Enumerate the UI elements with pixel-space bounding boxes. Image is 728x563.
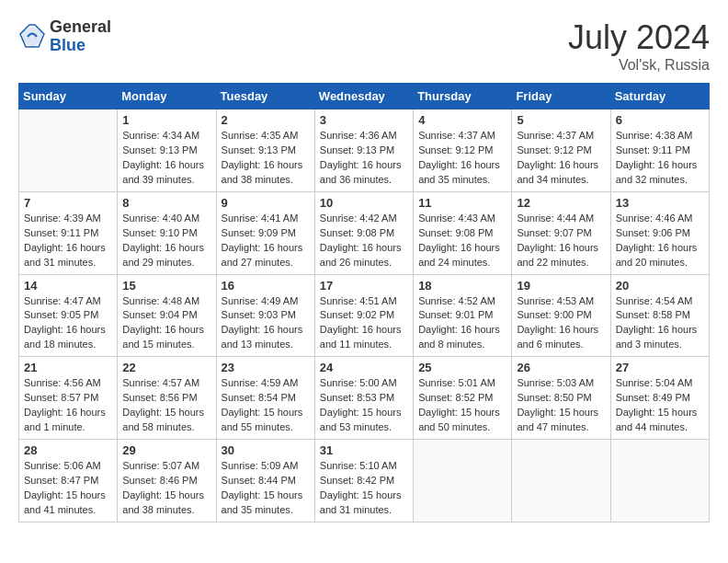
sunset-text: Sunset: 8:46 PM [122, 475, 197, 486]
day-info: Sunrise: 5:06 AMSunset: 8:47 PMDaylight:… [24, 459, 112, 518]
sunset-text: Sunset: 9:11 PM [616, 144, 690, 155]
sunrise-text: Sunrise: 5:04 AM [616, 377, 693, 388]
sunset-text: Sunset: 9:08 PM [320, 227, 394, 238]
day-info: Sunrise: 4:37 AMSunset: 9:12 PMDaylight:… [418, 129, 506, 188]
sunset-text: Sunset: 8:50 PM [517, 392, 591, 403]
col-header-saturday: Saturday [610, 84, 709, 109]
daylight-text: Daylight: 16 hours and 20 minutes. [616, 242, 698, 268]
day-info: Sunrise: 4:46 AMSunset: 9:06 PMDaylight:… [616, 212, 704, 270]
sunrise-text: Sunrise: 5:01 AM [418, 377, 495, 388]
sunrise-text: Sunrise: 4:49 AM [222, 295, 299, 306]
sunset-text: Sunset: 9:12 PM [517, 144, 591, 155]
daylight-text: Daylight: 16 hours and 36 minutes. [320, 159, 402, 185]
sunrise-text: Sunrise: 5:06 AM [24, 460, 101, 471]
sunrise-text: Sunrise: 4:40 AM [122, 213, 199, 224]
day-info: Sunrise: 4:39 AMSunset: 9:11 PMDaylight:… [24, 212, 112, 270]
sunset-text: Sunset: 8:49 PM [616, 392, 690, 403]
calendar-cell: 28Sunrise: 5:06 AMSunset: 8:47 PMDayligh… [19, 440, 118, 523]
daylight-text: Daylight: 16 hours and 11 minutes. [320, 324, 402, 350]
day-info: Sunrise: 4:35 AMSunset: 9:13 PMDaylight:… [222, 129, 310, 188]
day-number: 5 [517, 113, 605, 127]
day-number: 19 [517, 279, 605, 293]
daylight-text: Daylight: 15 hours and 31 minutes. [320, 489, 402, 515]
calendar-cell: 17Sunrise: 4:51 AMSunset: 9:02 PMDayligh… [314, 274, 413, 357]
calendar-week-0: 1Sunrise: 4:34 AMSunset: 9:13 PMDaylight… [19, 109, 710, 192]
daylight-text: Daylight: 16 hours and 3 minutes. [616, 324, 698, 350]
calendar-cell: 18Sunrise: 4:52 AMSunset: 9:01 PMDayligh… [414, 274, 512, 357]
calendar-cell: 11Sunrise: 4:43 AMSunset: 9:08 PMDayligh… [414, 191, 512, 274]
sunset-text: Sunset: 9:13 PM [122, 144, 197, 155]
sunrise-text: Sunrise: 4:54 AM [616, 295, 693, 306]
sunset-text: Sunset: 9:06 PM [616, 227, 690, 238]
sunrise-text: Sunrise: 4:38 AM [616, 130, 693, 141]
day-number: 10 [320, 196, 408, 210]
sunrise-text: Sunrise: 4:37 AM [517, 130, 594, 141]
day-number: 31 [320, 443, 408, 457]
day-number: 11 [418, 196, 506, 210]
day-info: Sunrise: 4:49 AMSunset: 9:03 PMDaylight:… [222, 294, 310, 353]
daylight-text: Daylight: 16 hours and 27 minutes. [222, 242, 303, 268]
logo: General Blue [18, 18, 111, 55]
day-number: 15 [122, 279, 210, 293]
daylight-text: Daylight: 16 hours and 32 minutes. [616, 159, 698, 185]
day-info: Sunrise: 5:04 AMSunset: 8:49 PMDaylight:… [616, 376, 704, 435]
calendar-cell: 10Sunrise: 4:42 AMSunset: 9:08 PMDayligh… [314, 191, 413, 274]
sunset-text: Sunset: 8:57 PM [24, 392, 98, 403]
day-info: Sunrise: 4:56 AMSunset: 8:57 PMDaylight:… [24, 376, 112, 435]
daylight-text: Daylight: 16 hours and 18 minutes. [24, 324, 106, 350]
day-number: 22 [122, 361, 210, 374]
sunrise-text: Sunrise: 4:43 AM [418, 213, 495, 224]
calendar-cell: 27Sunrise: 5:04 AMSunset: 8:49 PMDayligh… [610, 357, 709, 440]
sunrise-text: Sunrise: 4:57 AM [122, 377, 199, 388]
daylight-text: Daylight: 16 hours and 34 minutes. [517, 159, 598, 185]
sunrise-text: Sunrise: 5:03 AM [517, 377, 594, 388]
daylight-text: Daylight: 16 hours and 29 minutes. [122, 242, 204, 268]
day-info: Sunrise: 4:48 AMSunset: 9:04 PMDaylight:… [122, 294, 210, 353]
sunset-text: Sunset: 9:13 PM [222, 144, 296, 155]
day-info: Sunrise: 4:44 AMSunset: 9:07 PMDaylight:… [517, 212, 605, 270]
day-number: 13 [616, 196, 704, 210]
sunset-text: Sunset: 9:02 PM [320, 309, 394, 320]
day-number: 29 [122, 443, 210, 457]
sunrise-text: Sunrise: 5:09 AM [222, 460, 299, 471]
day-number: 6 [616, 113, 704, 127]
sunrise-text: Sunrise: 4:36 AM [320, 130, 397, 141]
calendar-cell: 29Sunrise: 5:07 AMSunset: 8:46 PMDayligh… [118, 440, 216, 523]
logo-blue: Blue [50, 37, 111, 55]
day-info: Sunrise: 4:51 AMSunset: 9:02 PMDaylight:… [320, 294, 408, 353]
day-info: Sunrise: 5:07 AMSunset: 8:46 PMDaylight:… [122, 459, 210, 518]
logo-general: General [50, 18, 111, 37]
calendar-week-4: 28Sunrise: 5:06 AMSunset: 8:47 PMDayligh… [19, 440, 710, 523]
day-number: 3 [320, 113, 408, 127]
day-number: 16 [222, 279, 310, 293]
calendar-cell: 26Sunrise: 5:03 AMSunset: 8:50 PMDayligh… [512, 357, 610, 440]
sunrise-text: Sunrise: 4:37 AM [418, 130, 495, 141]
sunrise-text: Sunrise: 4:46 AM [616, 213, 693, 224]
daylight-text: Daylight: 16 hours and 31 minutes. [24, 242, 106, 268]
day-number: 9 [222, 196, 310, 210]
calendar-cell: 9Sunrise: 4:41 AMSunset: 9:09 PMDaylight… [216, 191, 314, 274]
col-header-sunday: Sunday [19, 84, 118, 109]
sunrise-text: Sunrise: 4:41 AM [222, 213, 299, 224]
calendar-cell: 31Sunrise: 5:10 AMSunset: 8:42 PMDayligh… [314, 440, 413, 523]
sunset-text: Sunset: 8:52 PM [418, 392, 493, 403]
sunrise-text: Sunrise: 4:53 AM [517, 295, 594, 306]
calendar-cell: 4Sunrise: 4:37 AMSunset: 9:12 PMDaylight… [414, 109, 512, 192]
daylight-text: Daylight: 15 hours and 50 minutes. [418, 407, 500, 432]
daylight-text: Daylight: 16 hours and 35 minutes. [418, 159, 500, 185]
sunset-text: Sunset: 9:01 PM [418, 309, 493, 320]
col-header-tuesday: Tuesday [216, 84, 314, 109]
sunrise-text: Sunrise: 4:56 AM [24, 377, 101, 388]
sunrise-text: Sunrise: 5:10 AM [320, 460, 397, 471]
day-info: Sunrise: 4:57 AMSunset: 8:56 PMDaylight:… [122, 376, 210, 435]
day-number: 21 [24, 361, 112, 374]
sunset-text: Sunset: 9:00 PM [517, 309, 591, 320]
daylight-text: Daylight: 16 hours and 8 minutes. [418, 324, 500, 350]
sunrise-text: Sunrise: 4:44 AM [517, 213, 594, 224]
sunset-text: Sunset: 8:44 PM [222, 475, 296, 486]
day-info: Sunrise: 5:03 AMSunset: 8:50 PMDaylight:… [517, 376, 605, 435]
daylight-text: Daylight: 15 hours and 53 minutes. [320, 407, 402, 432]
sunset-text: Sunset: 9:03 PM [222, 309, 296, 320]
daylight-text: Daylight: 15 hours and 47 minutes. [517, 407, 598, 432]
day-number: 2 [222, 113, 310, 127]
